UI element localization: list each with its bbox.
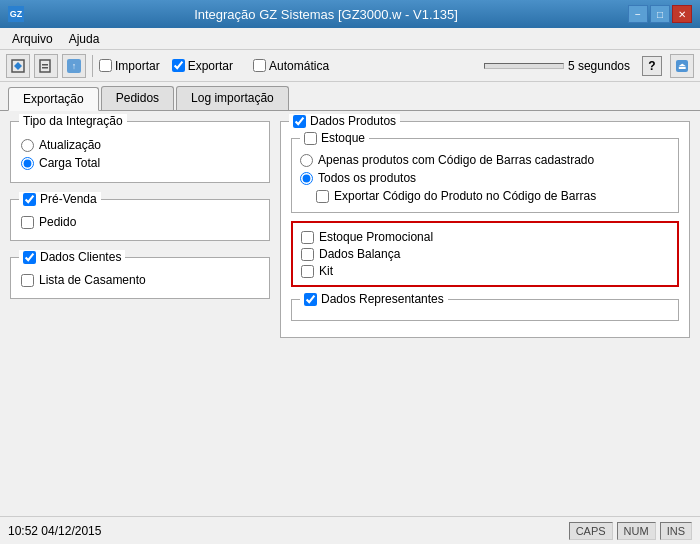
dados-clientes-checkbox[interactable] [23,251,36,264]
svg-marker-1 [14,62,22,70]
speed-slider[interactable] [484,63,564,69]
lista-casamento-text: Lista de Casamento [39,273,146,287]
dados-clientes-group: Dados Clientes Lista de Casamento [10,257,270,299]
dados-balanca-checkbox[interactable] [301,248,314,261]
importar-label: Importar [115,59,160,73]
dados-clientes-content: Lista de Casamento [11,258,269,298]
dados-produtos-label: Dados Produtos [289,114,400,128]
toolbar: ↑ Importar Exportar Automática 5 segundo… [0,50,700,82]
exportar-checkbox-label[interactable]: Exportar [172,59,233,73]
estoque-content: Apenas produtos com Código de Barras cad… [292,139,678,212]
status-indicators: CAPS NUM INS [569,522,692,540]
dados-representantes-checkbox[interactable] [304,293,317,306]
atualizacao-radio-label[interactable]: Atualização [21,138,259,152]
tipo-integracao-label: Tipo da Integração [19,114,127,128]
lista-casamento-checkbox[interactable] [21,274,34,287]
carga-total-radio[interactable] [21,157,34,170]
importar-checkbox-label[interactable]: Importar [99,59,160,73]
tab-log-importacao[interactable]: Log importação [176,86,289,110]
maximize-button[interactable]: □ [650,5,670,23]
automatica-checkbox-label[interactable]: Automática [253,59,329,73]
slider-area: 5 segundos [333,59,630,73]
exportar-codigo-check-label[interactable]: Exportar Código do Produto no Código de … [316,189,670,203]
automatica-checkbox[interactable] [253,59,266,72]
highlighted-items-box: Estoque Promocional Dados Balança Kit [291,221,679,287]
automatica-label: Automática [269,59,329,73]
estoque-promocional-text: Estoque Promocional [319,230,433,244]
menu-arquivo[interactable]: Arquivo [4,30,61,48]
apenas-barras-radio-label[interactable]: Apenas produtos com Código de Barras cad… [300,153,670,167]
tipo-integracao-content: Atualização Carga Total [11,122,269,182]
svg-rect-2 [40,60,50,72]
help-button[interactable]: ? [642,56,662,76]
importar-checkbox[interactable] [99,59,112,72]
carga-total-text: Carga Total [39,156,100,170]
todos-produtos-radio-label[interactable]: Todos os produtos [300,171,670,185]
estoque-group: Estoque Apenas produtos com Código de Ba… [291,138,679,213]
pedido-checkbox[interactable] [21,216,34,229]
left-column: Tipo da Integração Atualização Carga Tot… [10,121,270,346]
svg-text:↑: ↑ [72,61,77,71]
status-time: 10:52 04/12/2015 [8,524,569,538]
main-content: Tipo da Integração Atualização Carga Tot… [0,111,700,513]
dados-produtos-checkbox[interactable] [293,115,306,128]
apenas-barras-radio[interactable] [300,154,313,167]
app-icon: GZ [8,6,24,22]
atualizacao-text: Atualização [39,138,101,152]
estoque-label: Estoque [300,131,369,145]
toolbar-icon-2[interactable] [34,54,58,78]
dados-produtos-content: Estoque Apenas produtos com Código de Ba… [281,122,689,337]
tipo-integracao-group: Tipo da Integração Atualização Carga Tot… [10,121,270,183]
pre-venda-checkbox[interactable] [23,193,36,206]
pre-venda-group: Pré-Venda Pedido [10,199,270,241]
tab-exportacao[interactable]: Exportação [8,87,99,111]
dados-balanca-text: Dados Balança [319,247,400,261]
atualizacao-radio[interactable] [21,139,34,152]
separator-1 [92,55,93,77]
tabs-bar: Exportação Pedidos Log importação [0,82,700,111]
num-indicator: NUM [617,522,656,540]
pre-venda-label: Pré-Venda [19,192,101,206]
todos-produtos-radio[interactable] [300,172,313,185]
window-title: Integração GZ Sistemas [GZ3000.w - V1.13… [24,7,628,22]
dados-clientes-label: Dados Clientes [19,250,125,264]
apenas-barras-text: Apenas produtos com Código de Barras cad… [318,153,594,167]
caps-indicator: CAPS [569,522,613,540]
svg-rect-4 [42,67,48,69]
dados-produtos-group: Dados Produtos Estoque Apenas produtos c… [280,121,690,338]
segundos-label: 5 segundos [568,59,630,73]
svg-text:⏏: ⏏ [678,61,687,71]
kit-text: Kit [319,264,333,278]
dados-representantes-group: Dados Representantes [291,299,679,321]
exportar-label: Exportar [188,59,233,73]
exportar-codigo-text: Exportar Código do Produto no Código de … [334,189,596,203]
pedido-check-label[interactable]: Pedido [21,215,259,229]
close-button[interactable]: ✕ [672,5,692,23]
pre-venda-content: Pedido [11,200,269,240]
estoque-promocional-checkbox[interactable] [301,231,314,244]
carga-total-radio-label[interactable]: Carga Total [21,156,259,170]
tab-pedidos[interactable]: Pedidos [101,86,174,110]
dados-representantes-label: Dados Representantes [300,292,448,306]
menu-bar: Arquivo Ajuda [0,28,700,50]
pedido-text: Pedido [39,215,76,229]
minimize-button[interactable]: − [628,5,648,23]
window-controls: − □ ✕ [628,5,692,23]
lista-casamento-check-label[interactable]: Lista de Casamento [21,273,259,287]
title-bar: GZ Integração GZ Sistemas [GZ3000.w - V1… [0,0,700,28]
todos-produtos-text: Todos os produtos [318,171,416,185]
kit-checkbox[interactable] [301,265,314,278]
estoque-checkbox[interactable] [304,132,317,145]
dados-balanca-label[interactable]: Dados Balança [301,247,669,261]
two-col-layout: Tipo da Integração Atualização Carga Tot… [10,121,690,346]
estoque-promocional-label[interactable]: Estoque Promocional [301,230,669,244]
status-bar: 10:52 04/12/2015 CAPS NUM INS [0,516,700,544]
kit-label[interactable]: Kit [301,264,669,278]
toolbar-icon-4[interactable]: ⏏ [670,54,694,78]
svg-rect-3 [42,64,48,66]
menu-ajuda[interactable]: Ajuda [61,30,108,48]
toolbar-icon-3[interactable]: ↑ [62,54,86,78]
toolbar-icon-1[interactable] [6,54,30,78]
exportar-codigo-checkbox[interactable] [316,190,329,203]
exportar-checkbox[interactable] [172,59,185,72]
